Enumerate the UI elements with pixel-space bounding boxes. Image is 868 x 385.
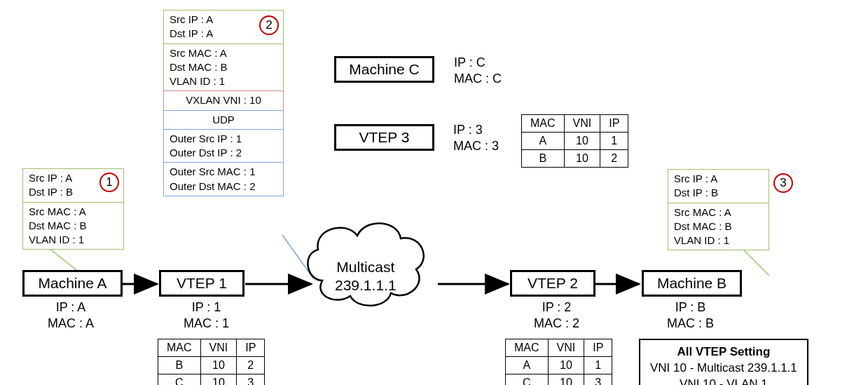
multicast-label: Multicast 239.1.1.1 <box>335 258 397 295</box>
packet-2-badge: 2 <box>259 15 279 35</box>
node-machine-b: Machine B <box>642 270 742 297</box>
node-vtep-1: VTEP 1 <box>159 270 244 297</box>
packet-2: Src IP : A Dst IP : A Src MAC : A Dst MA… <box>163 10 284 196</box>
node-machine-a-info: IP : A MAC : A <box>48 299 94 332</box>
vtep-settings-box: All VTEP Setting VNI 10 - Multicast 239.… <box>639 339 808 385</box>
mac-table-vtep2: MACVNIIP A101 C103 <box>505 339 612 385</box>
table-row: C103 <box>158 374 265 386</box>
mac-table-vtep1: MACVNIIP B102 C103 <box>158 339 265 385</box>
node-vtep-1-info: IP : 1 MAC : 1 <box>184 299 229 332</box>
svg-line-2 <box>743 249 769 276</box>
node-machine-c-info: IP : C MAC : C <box>454 55 502 88</box>
table-row: B102 <box>522 150 628 168</box>
table-row: C103 <box>506 374 612 386</box>
table-row: A101 <box>522 133 628 150</box>
mac-table-vtep3: MACVNIIP A101 B102 <box>521 114 628 168</box>
node-machine-a: Machine A <box>22 270 123 297</box>
node-vtep-2: VTEP 2 <box>510 270 595 297</box>
packet-3-badge: 3 <box>773 173 793 193</box>
table-row: B102 <box>158 357 265 374</box>
svg-line-1 <box>282 235 314 279</box>
table-row: A101 <box>506 357 612 374</box>
node-machine-c: Machine C <box>334 56 434 83</box>
node-machine-b-info: IP : B MAC : B <box>667 299 714 332</box>
node-vtep-3-info: IP : 3 MAC : 3 <box>453 122 499 155</box>
packet-1-badge: 1 <box>99 173 119 192</box>
node-vtep-3: VTEP 3 <box>334 124 434 151</box>
packet-3: Src IP : A Dst IP : B Src MAC : A Dst MA… <box>668 169 769 250</box>
node-vtep-2-info: IP : 2 MAC : 2 <box>534 299 579 332</box>
